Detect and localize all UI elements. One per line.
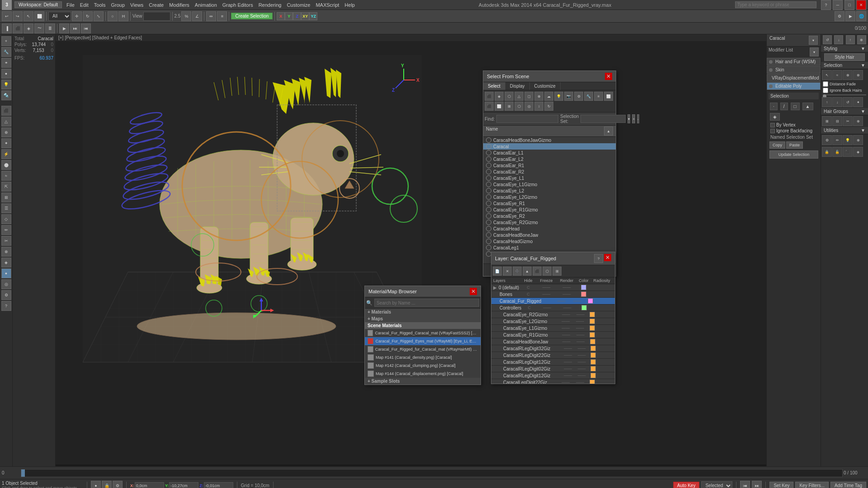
scene-tool-11[interactable]: 🔧 [584, 92, 593, 101]
tool17[interactable]: ◎ [1, 279, 11, 289]
tool14[interactable]: ⊗ [1, 247, 11, 257]
layer-color-box[interactable] [585, 298, 595, 304]
play-btn[interactable]: ▶ [59, 23, 69, 33]
left-panel-toggle[interactable]: ▐ [2, 23, 12, 33]
object-list-item[interactable]: CaracalEye_R2Gizmo [483, 219, 616, 225]
layer-item[interactable]: CaracalRLegDigit22Giz———— [491, 352, 615, 359]
layer-hide-value[interactable]: C [520, 292, 536, 296]
status-icon-3[interactable]: ⚙ [113, 481, 123, 488]
scene-tool-17[interactable]: ⬡ [514, 102, 524, 111]
util-btn-4[interactable]: ⊕ [853, 135, 863, 145]
max-btn[interactable]: □ [844, 0, 854, 10]
layer-item[interactable]: CaracalEye_L1Gizmo———— [491, 325, 615, 332]
mat-browser-item[interactable]: Caracal_Fur_Rigged_fur_Caracal_mat (VRay… [365, 345, 481, 353]
layer-color-box[interactable] [587, 380, 597, 384]
sel-set-action2[interactable]: - [637, 114, 639, 123]
utilities-section-header[interactable]: Utilities ▼ [821, 127, 868, 134]
select-scene-close-btn[interactable]: ✕ [605, 73, 612, 80]
scene-tool-4[interactable]: △ [514, 92, 524, 101]
set-key-btn[interactable]: Set Key [769, 482, 793, 488]
mirror-btn[interactable]: ⇔ [206, 11, 216, 21]
mat-search-input[interactable] [374, 299, 479, 307]
scene-tool-8[interactable]: 💡 [554, 92, 563, 101]
tool19[interactable]: ? [1, 301, 11, 311]
layer-hide-value[interactable]: C [520, 285, 536, 290]
object-list-item[interactable]: CaracalEye_R2 [483, 213, 616, 219]
distance-fade-check[interactable] [823, 81, 828, 87]
modifier-list-expand[interactable]: ▾ [810, 47, 819, 56]
tool10[interactable]: ☰ [1, 203, 11, 213]
layer-item[interactable]: CaracalEye_R1Gizmo———— [491, 332, 615, 338]
layer-color-box[interactable] [588, 339, 597, 344]
object-list-item[interactable]: CaracalHeadGizmo [483, 238, 616, 244]
util-btn-2[interactable]: ✏ [832, 135, 842, 145]
dope-sheet-btn[interactable]: ≣ [45, 23, 55, 33]
hair-group-btn-3[interactable]: ✂ [843, 116, 853, 126]
scene-tool-7[interactable]: ☁ [544, 92, 553, 101]
timeline-track[interactable] [21, 469, 843, 477]
command-panel-create[interactable]: + [1, 36, 11, 46]
x-coord-input[interactable] [135, 482, 164, 488]
scene-tool-9[interactable]: 📷 [564, 92, 573, 101]
rotate-btn[interactable]: ↻ [83, 11, 93, 21]
sel-set-action1[interactable]: + [632, 114, 635, 123]
layer-color-box[interactable] [577, 291, 590, 297]
layer-item[interactable]: ▶0 (default)C———— [491, 284, 615, 291]
scene-tool-3[interactable]: ⬡ [505, 92, 514, 101]
find-input[interactable] [496, 115, 558, 123]
layer-item[interactable]: CaracalRLegDigit12Giz———— [491, 372, 615, 379]
hair-selection-header[interactable]: Selection ▼ [821, 62, 868, 69]
object-list-item[interactable]: CaracalEye_R1 [483, 200, 616, 206]
modifier-item[interactable]: Hair and Fur (WSM) [767, 58, 821, 66]
layer-hide-value[interactable]: C [521, 305, 537, 310]
tab-display[interactable]: Display [505, 82, 530, 90]
tool16[interactable]: ● [1, 268, 11, 278]
menu-rendering[interactable]: Rendering [259, 2, 282, 8]
hair-sel-btn-3[interactable]: ⊕ [843, 70, 853, 80]
tool8[interactable]: ⇱ [1, 182, 11, 192]
object-list-item[interactable]: CaracalEar_R2 [483, 169, 616, 175]
scene-tool-18[interactable]: ◎ [524, 102, 533, 111]
hair-group-btn-2[interactable]: ⊟ [832, 116, 842, 126]
tool18[interactable]: ⚙ [1, 290, 11, 300]
hair-icon-3[interactable]: ↑ [846, 35, 855, 44]
util-btn-1[interactable]: ⚙ [822, 135, 832, 145]
object-list-item[interactable]: CaracalHead [483, 225, 616, 232]
hair-sel-btn-4[interactable]: ⊗ [853, 70, 863, 80]
scene-tool-1[interactable]: ⬛ [485, 92, 494, 101]
layer-item[interactable]: CaracalRLegDigit02Giz———— [491, 366, 615, 372]
object-list-item[interactable]: CaracalEye_R1Gizmo [483, 206, 616, 213]
update-sel-btn[interactable]: Update Selection [769, 150, 818, 159]
redo-btn[interactable]: ↪ [13, 11, 23, 21]
material-editor-btn[interactable]: ◈ [24, 23, 33, 33]
hair-tool-2[interactable]: ↓ [832, 97, 842, 107]
hair-sel-btn-1[interactable]: ↖ [822, 70, 832, 80]
slider-track-1[interactable] [823, 94, 866, 95]
copy-sel-btn[interactable]: Copy [769, 141, 785, 149]
tool7[interactable]: ≈ [1, 171, 11, 181]
hair-group-btn-1[interactable]: ⊞ [822, 116, 832, 126]
layer-color-box[interactable] [589, 366, 598, 371]
command-panel-modify[interactable]: 🔧 [1, 47, 11, 57]
scene-tool-5[interactable]: ◻ [524, 92, 533, 101]
view-input[interactable] [143, 12, 170, 21]
mat-scene-materials-header[interactable]: Scene Materials [365, 322, 481, 329]
scale-btn[interactable]: ⤡ [94, 11, 104, 21]
hair-icon-4[interactable]: ⊕ [857, 35, 866, 44]
layer-color-box[interactable] [589, 359, 598, 365]
hair-icon-1[interactable]: ↺ [823, 35, 832, 44]
util-btn-3[interactable]: 💡 [843, 135, 853, 145]
tool11[interactable]: ◇ [1, 214, 11, 224]
layer-color-box[interactable] [588, 332, 597, 338]
object-list[interactable]: CaracalHeadBoneJawGizmoCaracalCaracalEar… [483, 137, 616, 263]
style-hair-btn[interactable]: Style Hair [824, 53, 865, 61]
render-setup-btn[interactable]: ⚙ [835, 11, 844, 21]
tool3[interactable]: ⊕ [1, 127, 11, 137]
menu-customize[interactable]: Customize [287, 2, 310, 8]
menu-animation[interactable]: Animation [195, 2, 217, 8]
help-icon[interactable]: ? [821, 0, 831, 10]
mat-browser-close[interactable]: ✕ [470, 288, 477, 295]
menu-tools[interactable]: Tools [94, 2, 106, 8]
object-list-item[interactable]: CaracalEar_R1 [483, 162, 616, 169]
sel-vertex-btn[interactable]: · [770, 103, 778, 110]
